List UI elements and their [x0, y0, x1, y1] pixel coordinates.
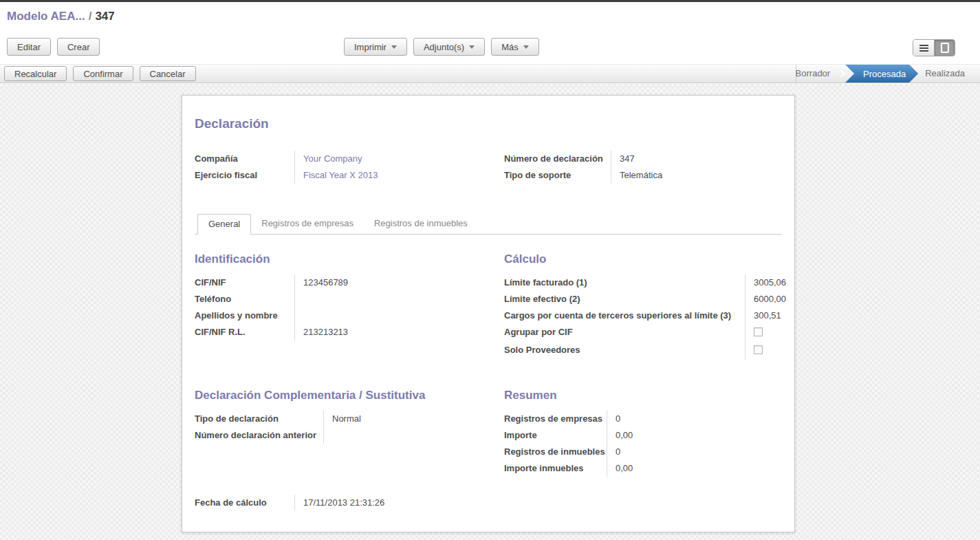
field-limite-efectivo: Límite efectivo (2) 6000,00: [504, 291, 786, 307]
breadcrumb-parent-link[interactable]: Modelo AEA...: [7, 10, 85, 23]
field-importe-inmuebles: Importe inmuebles 0,00: [504, 460, 782, 477]
fecha-calculo-value: 17/11/2013 21:31:26: [294, 495, 504, 511]
field-agrupar-por-cif: Agrupar por CIF: [504, 324, 786, 342]
company-value-link[interactable]: Your Company: [294, 151, 504, 167]
confirm-button[interactable]: Confirmar: [73, 66, 133, 81]
complementary-title: Declaración Complementaria / Sustitutiva: [195, 389, 504, 402]
cif-nif-value: 123456789: [294, 274, 504, 291]
attachments-label: Adjunto(s): [424, 42, 464, 52]
field-limite-facturado: Límite facturado (1) 3005,06: [504, 274, 786, 291]
cif-nif-label: CIF/NIF: [195, 274, 294, 291]
agrupar-por-cif-cell: [745, 324, 786, 342]
tipo-declaracion-value: Normal: [323, 411, 504, 427]
field-registros-inmuebles: Registros de inmuebles 0: [504, 444, 782, 460]
sheet-title: Declaración: [195, 116, 782, 131]
tab-general[interactable]: General: [197, 214, 251, 235]
status-steps: Borrador Procesada Realizada: [796, 65, 980, 83]
breadcrumb-current: 347: [95, 10, 114, 23]
field-registros-empresas: Registros de empresas 0: [504, 411, 782, 427]
fecha-calculo-label: Fecha de cálculo: [195, 495, 294, 511]
identification-title: Identificación: [195, 252, 504, 266]
cargos-terceros-label: Cargos por cuenta de terceros superiores…: [504, 307, 745, 324]
importe-value: 0,00: [607, 427, 782, 444]
form-icon: [941, 43, 949, 53]
limite-facturado-value: 3005,06: [745, 274, 786, 291]
notebook-tabs: General Registros de empresas Registros …: [195, 214, 782, 235]
view-switcher: [913, 39, 955, 56]
field-apellidos-nombre: Apellidos y nombre: [195, 307, 504, 324]
field-cif-nif: CIF/NIF 123456789: [195, 274, 504, 291]
edit-button[interactable]: Editar: [7, 38, 51, 56]
form-sheet: Declaración Compañía Your Company Ejerci…: [182, 95, 795, 532]
tipo-declaracion-label: Tipo de declaración: [195, 411, 323, 427]
tab-registros-empresas[interactable]: Registros de empresas: [251, 214, 364, 235]
field-importe: Importe 0,00: [504, 427, 782, 444]
limite-efectivo-value: 6000,00: [745, 291, 786, 307]
content-background: Declaración Compañía Your Company Ejerci…: [0, 84, 980, 540]
header-fields-left: Compañía Your Company Ejercicio fiscal F…: [195, 151, 504, 184]
tab-registros-inmuebles[interactable]: Registros de inmuebles: [364, 214, 478, 235]
limite-efectivo-label: Límite efectivo (2): [504, 291, 745, 307]
telefono-label: Teléfono: [195, 291, 294, 307]
field-telefono: Teléfono: [195, 291, 504, 307]
importe-inmuebles-value: 0,00: [607, 460, 782, 477]
more-label: Más: [501, 42, 519, 52]
importe-inmuebles-label: Importe inmuebles: [504, 460, 607, 477]
field-fiscal-year: Ejercicio fiscal Fiscal Year X 2013: [195, 167, 504, 184]
agrupar-por-cif-checkbox[interactable]: [754, 327, 763, 336]
field-cif-nif-rl: CIF/NIF R.L. 213213213: [195, 324, 504, 341]
recalculate-button[interactable]: Recalcular: [4, 66, 67, 81]
more-dropdown-button[interactable]: Más: [491, 38, 539, 56]
declaration-number-label: Número de declaración: [504, 151, 611, 167]
list-icon: [919, 43, 928, 53]
create-button[interactable]: Crear: [57, 38, 100, 56]
importe-label: Importe: [504, 427, 607, 444]
numero-declaracion-anterior-value: [323, 427, 504, 444]
calculation-group: Cálculo Límite facturado (1) 3005,06 Lím…: [504, 252, 786, 360]
agrupar-por-cif-label: Agrupar por CIF: [504, 324, 745, 342]
registros-inmuebles-value: 0: [607, 444, 782, 460]
cargos-terceros-value: 300,51: [745, 307, 786, 324]
fiscal-year-label: Ejercicio fiscal: [195, 167, 294, 184]
footer-fields: Fecha de cálculo 17/11/2013 21:31:26: [195, 495, 504, 511]
field-support-type: Tipo de soporte Telemática: [504, 167, 782, 184]
registros-empresas-value: 0: [607, 411, 782, 427]
numero-declaracion-anterior-label: Número declaración anterior: [195, 427, 323, 444]
field-tipo-declaracion: Tipo de declaración Normal: [195, 411, 504, 427]
breadcrumb: Modelo AEA.../347: [7, 10, 115, 23]
declaration-number-value: 347: [611, 151, 782, 167]
breadcrumb-separator: /: [85, 10, 96, 23]
field-declaration-number: Número de declaración 347: [504, 151, 782, 167]
field-cargos-terceros: Cargos por cuenta de terceros superiores…: [504, 307, 786, 324]
caret-down-icon: [391, 45, 397, 49]
print-dropdown-button[interactable]: Imprimir: [344, 38, 407, 56]
identification-group: Identificación CIF/NIF 123456789 Teléfon…: [195, 252, 504, 360]
limite-facturado-label: Límite facturado (1): [504, 274, 745, 291]
solo-proveedores-cell: [745, 342, 786, 360]
header-fields-right: Número de declaración 347 Tipo de soport…: [504, 151, 782, 184]
workflow-buttons: Recalcular Confirmar Cancelar: [4, 66, 196, 81]
field-company: Compañía Your Company: [195, 151, 504, 167]
apellidos-nombre-label: Apellidos y nombre: [195, 307, 294, 324]
list-view-button[interactable]: [913, 40, 934, 56]
field-numero-declaracion-anterior: Número declaración anterior: [195, 427, 504, 444]
solo-proveedores-checkbox[interactable]: [754, 345, 763, 354]
telefono-value: [294, 291, 504, 307]
form-view-button[interactable]: [934, 40, 955, 56]
registros-inmuebles-label: Registros de inmuebles: [504, 444, 607, 460]
chevron-right-icon: [838, 69, 845, 77]
apellidos-nombre-value: [294, 307, 504, 324]
field-solo-proveedores: Solo Proveedores: [504, 342, 786, 360]
attachments-dropdown-button[interactable]: Adjunto(s): [413, 38, 485, 56]
company-label: Compañía: [195, 151, 294, 167]
support-type-value: Telemática: [611, 167, 782, 184]
status-step-procesada-active: Procesada: [845, 65, 918, 83]
status-step-borrador: Borrador: [789, 65, 838, 83]
solo-proveedores-label: Solo Proveedores: [504, 342, 745, 360]
cancel-button[interactable]: Cancelar: [140, 66, 196, 81]
calculation-title: Cálculo: [504, 252, 786, 266]
statusbar: Recalcular Confirmar Cancelar Borrador P…: [0, 64, 980, 83]
caret-down-icon: [523, 45, 529, 49]
fiscal-year-value-link[interactable]: Fiscal Year X 2013: [294, 167, 504, 184]
record-action-buttons: Editar Crear: [7, 38, 100, 56]
